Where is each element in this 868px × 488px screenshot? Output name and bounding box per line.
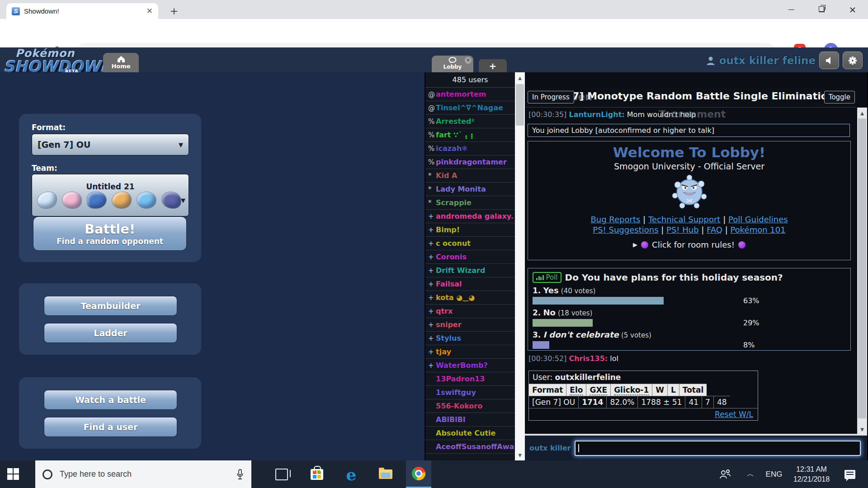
browser-tab[interactable]: S Showdown! ✕ — [6, 3, 158, 19]
pokemon-sprite — [112, 192, 131, 208]
userlist-count[interactable]: 485 users — [425, 72, 515, 88]
chat-username[interactable]: LanturnLight: — [569, 110, 624, 119]
poll-option[interactable]: 2. No (18 votes) 29% — [533, 308, 846, 327]
userlist-row[interactable]: 1swiftguy — [425, 386, 515, 399]
window-close-button[interactable]: × — [840, 0, 865, 19]
userlist-row[interactable]: + Failsal — [425, 277, 515, 291]
taskbar-clock[interactable]: 12:31 AM 12/21/2018 — [787, 460, 836, 488]
team-label: Team: — [32, 164, 57, 173]
userlist-row[interactable]: 556-Kokoro — [425, 399, 515, 413]
tab-new-room[interactable]: + — [479, 59, 507, 72]
userlist-row[interactable]: Absolute Cutie — [425, 427, 515, 440]
start-button[interactable] — [7, 468, 19, 480]
userlist-row[interactable]: + WaterBomb? — [425, 359, 515, 372]
tournament-status-button[interactable]: In Progress — [528, 91, 574, 103]
rank-symbol: * — [428, 199, 436, 207]
current-username[interactable]: outx killer feline — [719, 55, 816, 66]
tab-lobby[interactable]: Lobby ✕ — [432, 56, 473, 72]
username-text: ABlBlBl — [436, 415, 465, 424]
stats-footer: Reset W/L — [529, 408, 758, 420]
userlist-row[interactable]: + andromeda galaxy. — [425, 210, 515, 223]
welcome-link[interactable]: Poll Guidelines — [728, 215, 788, 224]
edge-browser-button[interactable]: e — [340, 460, 363, 488]
welcome-link[interactable]: PS! Hub — [666, 225, 699, 235]
userlist-row[interactable]: * Lady Monita — [425, 183, 515, 196]
find-user-button[interactable]: Find a user — [44, 417, 177, 437]
window-restore-button[interactable] — [809, 0, 835, 19]
welcome-link[interactable]: FAQ — [707, 225, 722, 235]
scroll-up-icon[interactable]: ▲ — [857, 108, 867, 117]
username-text: Tinsel^∇^Nagae — [436, 103, 503, 112]
userlist-row[interactable]: + Stylus — [425, 332, 515, 345]
userlist-row[interactable]: @ Tinsel^∇^Nagae — [425, 101, 515, 115]
battle-button[interactable]: Battle! Find a random opponent — [33, 216, 187, 251]
scroll-down-icon[interactable]: ▼ — [515, 450, 525, 460]
language-indicator[interactable]: ENG — [763, 460, 785, 488]
settings-button[interactable] — [843, 52, 863, 69]
action-center-button[interactable] — [839, 460, 861, 488]
userlist-row[interactable]: AceoffSusanoffAwa — [425, 440, 515, 454]
sound-button[interactable] — [819, 52, 839, 69]
chat-input[interactable] — [575, 441, 861, 456]
teambuilder-button[interactable]: Teambuilder — [44, 296, 177, 316]
userlist-row[interactable]: + tjay — [425, 345, 515, 359]
room-rules-row[interactable]: ▶ Click for room rules! — [528, 240, 850, 249]
expand-arrow-icon[interactable]: ▶ — [633, 241, 637, 248]
userlist-row[interactable]: ABlBlBl — [425, 413, 515, 427]
userlist-row[interactable]: % fart ∵˙ ⡄⡆ — [425, 128, 515, 142]
welcome-link[interactable]: Bug Reports — [590, 215, 640, 224]
scrollbar-thumb[interactable] — [516, 84, 524, 126]
scroll-up-icon[interactable]: ▲ — [515, 73, 525, 82]
userlist-row[interactable]: + Drift Wizard — [425, 264, 515, 277]
people-button[interactable] — [715, 460, 735, 488]
rank-symbol: + — [428, 348, 436, 356]
userlist-row[interactable]: % pinkdragontamer — [425, 155, 515, 169]
stats-header-cell: L — [668, 384, 679, 396]
userlist-scrollbar[interactable]: ▲ ▼ — [515, 72, 525, 460]
search-placeholder[interactable]: Type here to search — [60, 469, 229, 479]
userlist-row[interactable]: @ antemortem — [425, 88, 515, 101]
format-select[interactable]: [Gen 7] OU ▼ — [32, 134, 189, 155]
userlist-row[interactable]: + kota ◕‿◕ — [425, 291, 515, 305]
ladder-button[interactable]: Ladder — [44, 323, 177, 343]
userlist-row[interactable]: + qtrx — [425, 305, 515, 318]
scroll-down-icon[interactable]: ▼ — [857, 425, 867, 434]
welcome-link[interactable]: Pokémon 101 — [731, 225, 786, 235]
stats-data-cell: 48 — [714, 396, 730, 408]
tournament-toggle-button[interactable]: Toggle — [824, 91, 855, 103]
watch-battle-button[interactable]: Watch a battle — [44, 390, 177, 410]
pokemon-sprite — [38, 192, 57, 208]
taskbar-search[interactable]: Type here to search — [35, 460, 251, 488]
scrollbar-thumb[interactable] — [858, 118, 866, 418]
team-select[interactable]: Untitled 21 ▼ — [32, 174, 189, 216]
welcome-link[interactable]: Technical Support — [648, 215, 721, 224]
poll-option[interactable]: 3. I don't celebrate (5 votes) 8% — [533, 330, 846, 349]
tray-expand-chevron[interactable]: ︿ — [741, 460, 760, 488]
chat-scrollbar[interactable]: ▲ ▼ — [857, 108, 867, 435]
new-tab-button[interactable]: + — [167, 4, 181, 18]
lobby-close-icon[interactable]: ✕ — [465, 57, 472, 64]
window-minimize-button[interactable] — [778, 0, 804, 19]
userlist-row[interactable]: % icazah❄ — [425, 142, 515, 155]
tab-home[interactable]: Home — [103, 53, 139, 72]
username-text: andromeda galaxy. — [436, 212, 514, 221]
userlist-row[interactable]: % Arrested² — [425, 115, 515, 128]
userlist-row[interactable]: + c oconut — [425, 237, 515, 250]
microphone-icon[interactable] — [236, 469, 244, 480]
userlist-row[interactable]: + sniper — [425, 318, 515, 332]
userlist-row[interactable]: 13Padron13 — [425, 372, 515, 386]
poll-option[interactable]: 1. Yes (40 votes) 63% — [533, 286, 846, 305]
userlist-row[interactable]: * Scrappie — [425, 196, 515, 210]
file-explorer-button[interactable] — [374, 460, 397, 488]
userlist-row[interactable]: * Kid A — [425, 169, 515, 183]
chrome-button-active[interactable] — [406, 460, 431, 488]
gear-icon — [848, 56, 857, 65]
reset-wl-link[interactable]: Reset W/L — [715, 410, 753, 419]
task-view-button[interactable] — [270, 460, 293, 488]
microsoft-store-button[interactable] — [306, 460, 328, 488]
chat-username[interactable]: Chris135: — [569, 354, 608, 363]
tab-close-icon[interactable]: ✕ — [146, 6, 153, 16]
userlist-row[interactable]: + Bimp! — [425, 223, 515, 237]
userlist-row[interactable]: + Coronis — [425, 250, 515, 264]
welcome-link[interactable]: PS! Suggestions — [593, 225, 658, 235]
